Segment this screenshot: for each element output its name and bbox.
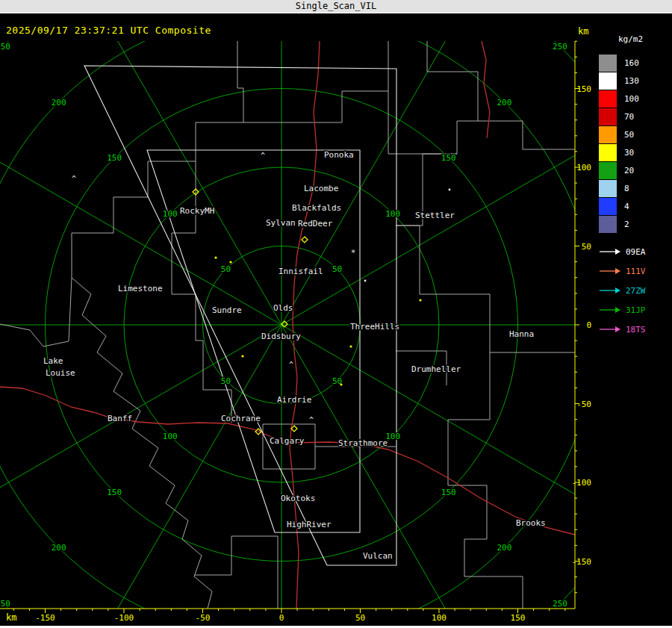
yellow-dot-marker [241, 355, 243, 357]
color-swatch [599, 55, 617, 72]
town-label: Banff [108, 414, 132, 423]
caret-marker: ^ [289, 361, 293, 369]
yellow-dot-marker [419, 299, 421, 301]
legend-level-row: 160 [599, 54, 671, 72]
legend-level-label: 160 [624, 58, 639, 68]
town-label: Vulcan [363, 551, 393, 561]
ring-distance-label: 150 [441, 488, 456, 497]
right-axis-tick-label: -100 [572, 478, 592, 488]
legend-level-label: 70 [624, 112, 634, 122]
yellow-dot-marker [229, 261, 231, 263]
radar-id-label: 27ZW [626, 286, 646, 296]
legend-level-row: 8 [599, 179, 671, 197]
town-label: Didsbury [261, 332, 301, 341]
color-swatch [599, 90, 617, 108]
color-swatch [599, 108, 617, 125]
scan-coverage-boxes [84, 66, 396, 565]
ring-distance-label: 200 [497, 98, 511, 108]
white-dot-marker [449, 189, 451, 191]
town-label: ThreeHills [350, 322, 399, 332]
legend-level-label: 50 [624, 130, 634, 140]
scan-box-outline [84, 66, 396, 565]
bottom-axis-tick-label: -100 [114, 613, 134, 623]
ring-distance-label: 250 [553, 599, 567, 609]
ring-distance-label: 100 [163, 432, 178, 441]
legend-level-label: 30 [624, 148, 634, 158]
town-label: Drumheller [411, 364, 461, 374]
legend-level-row: 50 [599, 125, 671, 143]
radar-site-legend: 09EA111V27ZW31JP18TS [599, 242, 671, 339]
color-scale: 16013010070503020842 [599, 54, 671, 233]
asterisk-marker: * [351, 248, 356, 258]
legend-panel: kg/m2 16013010070503020842 09EA111V27ZW3… [599, 34, 671, 339]
boundary-path [243, 41, 388, 122]
ring-distance-label: 200 [497, 543, 511, 553]
ring-distance-label: 250 [0, 42, 10, 52]
color-swatch [599, 180, 617, 197]
caret-marker: ^ [261, 152, 265, 160]
caret-marker: ^ [309, 416, 314, 424]
ring-distance-label: 250 [553, 42, 567, 52]
radar-map-canvas[interactable]: 5050505010010010010015015015015020020020… [0, 0, 672, 628]
legend-level-row: 70 [599, 108, 671, 125]
boundary-path [263, 424, 315, 469]
legend-level-row: 130 [599, 72, 671, 90]
town-label: RockyMH [180, 206, 214, 216]
bottom-axis-tick-label: 150 [511, 613, 526, 623]
radar-id-label: 09EA [626, 247, 646, 257]
town-label: Innisfail [279, 267, 323, 276]
color-swatch [599, 126, 617, 143]
yellow-dot-marker [214, 256, 217, 258]
town-label: RedDeer [298, 219, 333, 228]
radar-id-label: 31JP [626, 305, 646, 315]
legend-level-row: 4 [599, 197, 671, 215]
right-axis-tick-label: 50 [582, 242, 591, 252]
color-swatch [599, 72, 617, 90]
ring-distance-label: 150 [107, 153, 122, 163]
legend-level-label: 130 [624, 76, 639, 86]
ring-distance-label: 150 [107, 488, 122, 497]
town-label: Sundre [212, 305, 242, 315]
town-label: Airdrie [277, 395, 311, 405]
color-swatch [599, 216, 617, 233]
bottom-axis-tick-label: -150 [35, 613, 55, 623]
radar-legend-row: 111V [599, 261, 671, 281]
town-label: Okotoks [281, 494, 315, 503]
town-label: Ponoka [324, 150, 354, 160]
radar-arrow-icon [599, 305, 621, 314]
town-label: Lacombe [304, 184, 338, 193]
color-swatch [599, 144, 617, 161]
caret-marker: ^ [72, 175, 76, 183]
bottom-axis-tick-label: -50 [196, 613, 211, 623]
town-label: Blackfalds [292, 203, 341, 213]
legend-level-row: 100 [599, 90, 671, 108]
radar-legend-row: 27ZW [599, 281, 671, 300]
town-label: Lake [43, 356, 63, 366]
town-label: Cochrane [221, 414, 261, 423]
ring-distance-label: 50 [221, 264, 231, 274]
white-dot-marker [364, 280, 367, 282]
town-label: Limestone [118, 284, 163, 293]
town-label: Olds [273, 303, 293, 313]
ring-distance-label: 50 [332, 264, 342, 274]
radar-arrow-icon [599, 286, 621, 295]
right-axis-tick-label: 0 [586, 320, 591, 330]
bottom-axis-tick-label: 50 [355, 613, 365, 623]
ring-distance-label: 100 [163, 209, 178, 219]
bottom-axis-tick-label: 0 [279, 613, 284, 623]
boundary-path [388, 91, 478, 154]
boundary-path [0, 278, 72, 346]
legend-level-label: 2 [624, 220, 629, 229]
bottom-axis-tick-label: 100 [432, 613, 447, 623]
legend-level-label: 20 [624, 166, 634, 175]
ring-distance-label: 250 [0, 599, 10, 609]
ring-distance-label: 50 [221, 376, 231, 386]
azimuth-spoke [0, 128, 281, 325]
boundary-path [427, 41, 575, 149]
ring-distance-label: 100 [385, 432, 400, 441]
azimuth-spoke [84, 325, 281, 628]
color-swatch [599, 162, 617, 179]
legend-level-row: 30 [599, 143, 671, 161]
radar-arrow-icon [599, 267, 621, 276]
boundary-path [396, 226, 575, 352]
